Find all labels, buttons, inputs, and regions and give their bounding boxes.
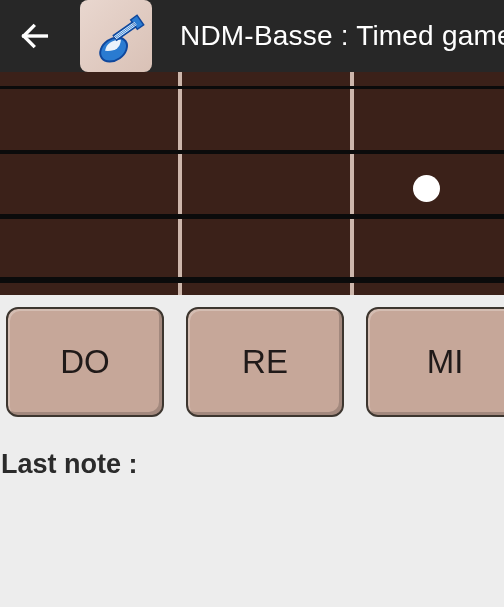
note-button-mi[interactable]: MI	[366, 307, 504, 417]
page-title: NDM-Basse : Timed game	[180, 20, 504, 52]
string-3	[0, 214, 504, 219]
note-buttons-row: DO RE MI	[0, 295, 504, 417]
app-header: NDM-Basse : Timed game	[0, 0, 504, 72]
last-note-label: Last note :	[0, 417, 504, 480]
fret-cell[interactable]	[182, 72, 350, 295]
bass-guitar-icon	[85, 5, 147, 67]
last-note-label-text: Last note :	[1, 449, 138, 479]
back-arrow-icon	[18, 19, 52, 53]
fret-cell[interactable]	[0, 72, 178, 295]
fret-divider	[178, 72, 182, 295]
string-2	[0, 150, 504, 154]
fret-divider	[350, 72, 354, 295]
note-marker	[413, 175, 440, 202]
back-button[interactable]	[18, 16, 52, 56]
fretboard[interactable]	[0, 72, 504, 295]
note-button-do[interactable]: DO	[6, 307, 164, 417]
note-button-re[interactable]: RE	[186, 307, 344, 417]
string-1	[0, 86, 504, 89]
string-4	[0, 277, 504, 283]
app-icon	[80, 0, 152, 72]
svg-line-5	[115, 23, 136, 37]
